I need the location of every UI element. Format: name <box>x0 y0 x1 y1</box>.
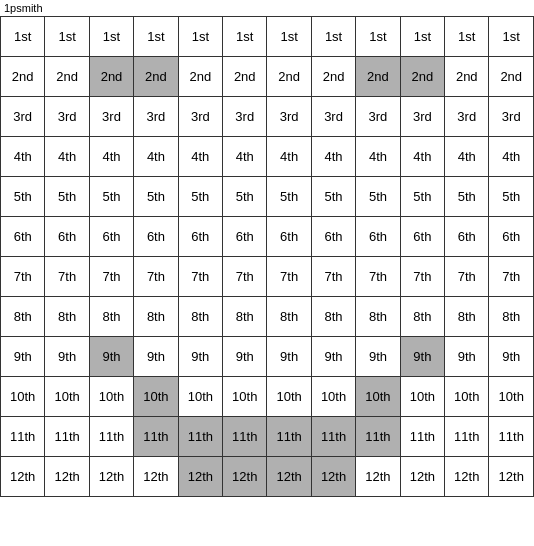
grid-cell: 10th <box>1 377 45 417</box>
grid-cell: 10th <box>178 377 222 417</box>
grid-cell: 4th <box>445 137 489 177</box>
grid-cell: 4th <box>45 137 89 177</box>
grid-cell: 11th <box>267 417 311 457</box>
grid-cell: 5th <box>134 177 178 217</box>
grid-cell: 12th <box>45 457 89 497</box>
grid-cell: 12th <box>311 457 355 497</box>
table-row: 9th9th9th9th9th9th9th9th9th9th9th9th <box>1 337 534 377</box>
grid-cell: 9th <box>1 337 45 377</box>
grid-cell: 5th <box>1 177 45 217</box>
grid-cell: 10th <box>356 377 400 417</box>
grid-cell: 5th <box>267 177 311 217</box>
grid-cell: 4th <box>178 137 222 177</box>
grid-cell: 9th <box>400 337 444 377</box>
grid-cell: 11th <box>445 417 489 457</box>
grid-cell: 8th <box>400 297 444 337</box>
grid-cell: 6th <box>400 217 444 257</box>
grid-cell: 12th <box>178 457 222 497</box>
grid-cell: 6th <box>89 217 133 257</box>
grid-cell: 4th <box>223 137 267 177</box>
grid-cell: 6th <box>223 217 267 257</box>
title-bar: 1psmith <box>0 0 534 16</box>
grid-cell: 3rd <box>45 97 89 137</box>
grid-cell: 2nd <box>223 57 267 97</box>
grid-cell: 4th <box>1 137 45 177</box>
table-row: 3rd3rd3rd3rd3rd3rd3rd3rd3rd3rd3rd3rd <box>1 97 534 137</box>
table-row: 8th8th8th8th8th8th8th8th8th8th8th8th <box>1 297 534 337</box>
table-row: 2nd2nd2nd2nd2nd2nd2nd2nd2nd2nd2nd2nd <box>1 57 534 97</box>
grid-cell: 8th <box>134 297 178 337</box>
table-row: 12th12th12th12th12th12th12th12th12th12th… <box>1 457 534 497</box>
grid-cell: 9th <box>134 337 178 377</box>
grid-cell: 2nd <box>400 57 444 97</box>
grid-cell: 2nd <box>89 57 133 97</box>
grid-cell: 9th <box>445 337 489 377</box>
grid-cell: 7th <box>489 257 534 297</box>
grid-cell: 1st <box>400 17 444 57</box>
grid-cell: 7th <box>356 257 400 297</box>
grid-cell: 12th <box>445 457 489 497</box>
grid-cell: 10th <box>223 377 267 417</box>
grid-cell: 3rd <box>223 97 267 137</box>
grid-cell: 6th <box>311 217 355 257</box>
grid-cell: 6th <box>1 217 45 257</box>
grid-cell: 9th <box>45 337 89 377</box>
grid-cell: 7th <box>267 257 311 297</box>
grid-cell: 7th <box>45 257 89 297</box>
grid-cell: 2nd <box>356 57 400 97</box>
grid-cell: 6th <box>134 217 178 257</box>
grid-cell: 3rd <box>489 97 534 137</box>
grid-cell: 2nd <box>1 57 45 97</box>
grid-cell: 5th <box>400 177 444 217</box>
table-row: 5th5th5th5th5th5th5th5th5th5th5th5th <box>1 177 534 217</box>
grid-cell: 3rd <box>134 97 178 137</box>
grid-cell: 3rd <box>267 97 311 137</box>
grid-cell: 7th <box>400 257 444 297</box>
grid-cell: 4th <box>267 137 311 177</box>
grid-cell: 8th <box>267 297 311 337</box>
grid-cell: 3rd <box>445 97 489 137</box>
grid-cell: 10th <box>89 377 133 417</box>
grid-cell: 8th <box>178 297 222 337</box>
grid-cell: 3rd <box>356 97 400 137</box>
grid-cell: 6th <box>45 217 89 257</box>
grid-cell: 8th <box>445 297 489 337</box>
grid-cell: 1st <box>311 17 355 57</box>
grid-cell: 10th <box>489 377 534 417</box>
grid-cell: 1st <box>223 17 267 57</box>
grid-cell: 9th <box>223 337 267 377</box>
grid-cell: 1st <box>267 17 311 57</box>
grid-cell: 10th <box>445 377 489 417</box>
grid-cell: 6th <box>445 217 489 257</box>
grid-cell: 11th <box>134 417 178 457</box>
grid-cell: 12th <box>223 457 267 497</box>
grid-cell: 1st <box>89 17 133 57</box>
grid-cell: 9th <box>489 337 534 377</box>
grid-cell: 2nd <box>267 57 311 97</box>
grid-cell: 7th <box>1 257 45 297</box>
grid-cell: 1st <box>489 17 534 57</box>
grid-cell: 11th <box>311 417 355 457</box>
grid-cell: 12th <box>1 457 45 497</box>
grid-cell: 4th <box>89 137 133 177</box>
grid-cell: 3rd <box>178 97 222 137</box>
grid-cell: 2nd <box>178 57 222 97</box>
grid-cell: 4th <box>311 137 355 177</box>
grid-cell: 2nd <box>489 57 534 97</box>
grid-cell: 4th <box>400 137 444 177</box>
grid-cell: 8th <box>1 297 45 337</box>
grid-cell: 5th <box>311 177 355 217</box>
grid-cell: 9th <box>267 337 311 377</box>
grid-cell: 12th <box>489 457 534 497</box>
grid-cell: 5th <box>489 177 534 217</box>
grid-cell: 12th <box>89 457 133 497</box>
grid-cell: 12th <box>267 457 311 497</box>
app-title: 1psmith <box>4 2 43 14</box>
grid-cell: 11th <box>400 417 444 457</box>
table-row: 7th7th7th7th7th7th7th7th7th7th7th7th <box>1 257 534 297</box>
grid-cell: 8th <box>45 297 89 337</box>
table-row: 4th4th4th4th4th4th4th4th4th4th4th4th <box>1 137 534 177</box>
grid-cell: 6th <box>356 217 400 257</box>
grid-cell: 12th <box>356 457 400 497</box>
grid-cell: 10th <box>267 377 311 417</box>
